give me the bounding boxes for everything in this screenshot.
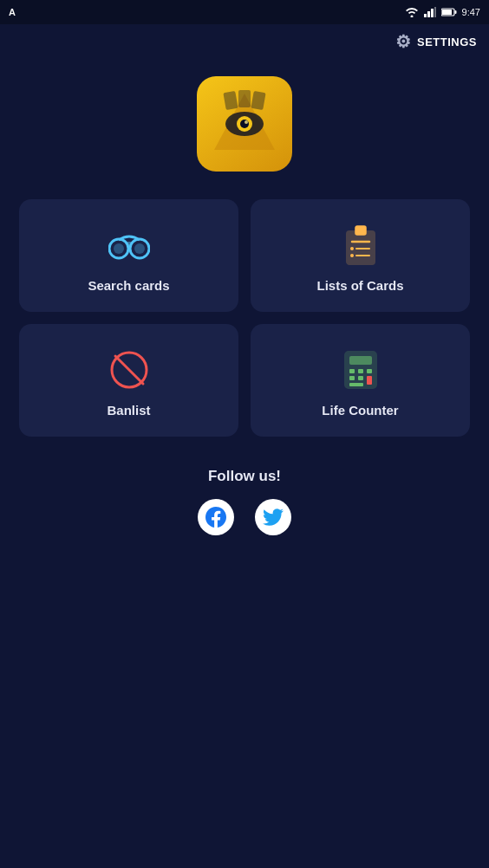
svg-point-18 (134, 243, 145, 254)
svg-rect-33 (367, 369, 372, 373)
status-bar: A 9:47 (0, 0, 489, 24)
battery-icon (441, 7, 457, 17)
settings-button[interactable]: ⚙ SETTINGS (395, 31, 477, 52)
life-counter-label: Life Counter (322, 403, 398, 418)
binoculars-icon (108, 224, 150, 266)
logo-container (0, 76, 489, 172)
svg-point-25 (350, 254, 354, 257)
app-indicator: A (9, 7, 16, 17)
nosign-icon (109, 349, 149, 391)
svg-rect-19 (127, 242, 132, 246)
signal-icon (424, 7, 436, 17)
svg-rect-5 (442, 10, 452, 15)
social-icons (198, 499, 291, 535)
banlist-button[interactable]: Banlist (19, 324, 238, 437)
svg-rect-36 (367, 376, 372, 385)
svg-rect-12 (223, 91, 238, 110)
svg-rect-32 (358, 369, 363, 373)
settings-label: SETTINGS (417, 36, 477, 49)
calculator-icon (343, 349, 378, 391)
svg-point-11 (244, 120, 248, 124)
svg-rect-13 (238, 90, 251, 107)
app-logo (197, 76, 292, 172)
svg-rect-35 (358, 376, 363, 380)
svg-rect-3 (434, 7, 436, 17)
svg-rect-34 (349, 376, 355, 380)
search-cards-button[interactable]: Search cards (19, 199, 238, 312)
svg-rect-2 (431, 9, 434, 17)
twitter-button[interactable] (255, 499, 291, 535)
svg-rect-37 (349, 383, 363, 386)
lists-of-cards-button[interactable]: Lists of Cards (251, 199, 470, 312)
gear-icon: ⚙ (395, 31, 412, 52)
svg-line-28 (115, 356, 143, 384)
banlist-label: Banlist (107, 403, 150, 418)
svg-rect-1 (427, 11, 430, 17)
logo-svg (205, 85, 284, 163)
svg-point-16 (114, 243, 124, 254)
svg-rect-21 (355, 226, 366, 235)
status-right: 9:47 (405, 7, 480, 17)
search-cards-label: Search cards (88, 278, 169, 293)
follow-title: Follow us! (208, 468, 281, 485)
svg-point-23 (350, 247, 354, 250)
main-grid: Search cards Lists of Cards Banlist (19, 199, 470, 437)
svg-rect-31 (349, 369, 355, 373)
wifi-icon (405, 7, 419, 17)
life-counter-button[interactable]: Life Counter (251, 324, 470, 437)
facebook-button[interactable] (198, 499, 234, 535)
svg-rect-0 (424, 14, 427, 17)
svg-point-10 (240, 120, 249, 128)
time-display: 9:47 (462, 7, 480, 17)
facebook-icon (205, 507, 226, 528)
svg-rect-6 (454, 10, 456, 14)
follow-section: Follow us! (0, 468, 489, 535)
svg-rect-30 (349, 356, 372, 365)
clipboard-icon (343, 224, 378, 266)
twitter-icon (263, 507, 284, 528)
svg-rect-14 (251, 91, 265, 110)
lists-of-cards-label: Lists of Cards (316, 278, 403, 293)
